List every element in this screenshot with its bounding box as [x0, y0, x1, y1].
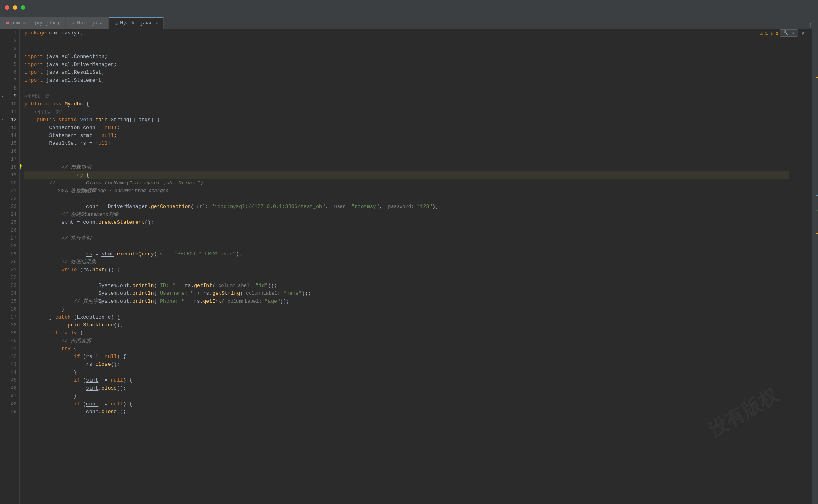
gutter-line-17: 17 [0, 156, 20, 163]
close-button[interactable] [5, 5, 9, 10]
code-line-44: } [24, 369, 789, 377]
gutter-line-19: 19 [0, 171, 20, 179]
gutter-line-31: 31 [0, 266, 20, 274]
code-line-20 [24, 179, 789, 187]
code-line-9-meta: 0个用法 新* [24, 92, 789, 100]
code-line-1: package com.masiyi; [24, 29, 789, 37]
code-line-46: stmt.close(); [24, 384, 789, 392]
gutter-line-11: 11 [0, 108, 20, 116]
code-line-26 [24, 227, 789, 234]
java-icon: ☕ [72, 20, 75, 26]
code-line-47: } [24, 392, 789, 400]
code-line-5: import java.sql.DriverManager; [24, 61, 789, 69]
code-line-11-meta: 0个用法 新* [24, 108, 789, 116]
code-line-21: // 连接数据库 [24, 187, 789, 195]
gutter-line-24: 24 [0, 211, 20, 219]
tabs-menu-button[interactable]: ⋮ [806, 21, 815, 29]
gutter-line-21: 21 [0, 187, 20, 195]
gutter-line-15: 15 [0, 140, 20, 148]
code-area[interactable]: package com.masiyi; import java.sql.Conn… [20, 29, 812, 504]
code-line-43: rs.close(); [24, 361, 789, 369]
maximize-button[interactable] [21, 5, 25, 10]
right-gutter[interactable] [812, 29, 818, 504]
code-line-7: import java.sql.Statement; [24, 77, 789, 84]
tab-main-label: Main.java [77, 21, 103, 26]
code-line-24: // 创建Statement对象 [24, 211, 789, 219]
gutter-line-37: 37 [0, 313, 20, 321]
code-line-40: // 关闭资源 [24, 337, 789, 345]
gutter-line-44: 44 [0, 369, 20, 377]
scroll-position-indicator [816, 195, 818, 196]
code-line-33: System.out.println("Username: " + rs.get… [24, 282, 789, 290]
gutter-line-39: 39 [0, 329, 20, 337]
title-bar [0, 0, 818, 15]
gutter-line-42: 42 [0, 353, 20, 361]
code-line-35: // 其他字段... [24, 298, 789, 305]
tab-myjdbc-label: MyJdbc.java [120, 21, 152, 26]
scroll-down-button[interactable]: ∨ [800, 29, 806, 37]
gutter-line-14: 14 [0, 132, 20, 140]
code-line-6: import java.sql.ResultSet; [24, 69, 789, 77]
gutter-line-48: 48 [0, 400, 20, 408]
code-line-42: if (rs != null) { [24, 353, 789, 361]
code-line-41: try { [24, 345, 789, 353]
gutter-line-20: 20 [0, 179, 20, 187]
code-line-14: Statement stmt = null; [24, 132, 789, 140]
code-line-15: ResultSet rs = null; [24, 140, 789, 148]
code-line-28: rs = stmt.executeQuery( sql: "SELECT * F… [24, 242, 789, 250]
gutter-numbers: 12345678▶91011▶1213141516171819202122232… [0, 29, 16, 416]
tabs-right: ⋮ [806, 21, 818, 29]
code-line-25: stmt = conn.createStatement(); [24, 219, 789, 227]
tab-myjdbc-java[interactable]: ☕ MyJdbc.java ✕ [109, 17, 164, 29]
code-line-30: // 处理结果集 [24, 258, 789, 266]
code-line-23 [24, 203, 789, 211]
code-line-2 [24, 37, 789, 45]
tab-pom-xml[interactable]: m pom.xml (my-jdbc) [0, 17, 66, 29]
code-line-34: System.out.println("Phone: " + rs.getInt… [24, 290, 789, 298]
lightbulb-icon[interactable]: 💡 [20, 163, 23, 171]
code-line-13: Connection conn = null; [24, 124, 789, 132]
gutter-line-3: 3 [0, 45, 20, 53]
tab-pom-label: pom.xml (my-jdbc) [11, 21, 60, 26]
code-line-31: while (rs.next()) { [24, 266, 789, 274]
code-line-27: // 执行查询 [24, 234, 789, 242]
editor-area: 12345678▶91011▶1213141516171819202122232… [0, 29, 818, 504]
scroll-marker-warning-2 [816, 233, 818, 234]
gutter-line-34: 34 [0, 290, 20, 298]
code-line-8 [24, 84, 789, 92]
tab-close-button[interactable]: ✕ [156, 21, 158, 26]
gutter-line-32: 32 [0, 274, 20, 282]
code-line-17: 💡 try { [24, 156, 789, 163]
code-line-12: public static void main(String[] args) { [24, 116, 789, 124]
gutter-line-10: 10 [0, 100, 20, 108]
gutter-line-46: 46 [0, 384, 20, 392]
popup-close-icon[interactable]: ✕ [792, 30, 795, 36]
gutter-line-35: 35 [0, 298, 20, 305]
gutter-line-9: ▶9 [0, 92, 20, 100]
warning-badge-2[interactable]: ⚠ 2 [770, 31, 778, 36]
traffic-lights[interactable] [5, 5, 25, 10]
gutter-line-49: 49 [0, 408, 20, 416]
gutter-line-45: 45 [0, 377, 20, 384]
code-line-32: System.out.println("ID: " + rs.getInt( c… [24, 274, 789, 282]
gutter-line-33: 33 [0, 282, 20, 290]
tab-main-java[interactable]: ☕ Main.java [66, 17, 109, 29]
gutter-line-27: 27 [0, 234, 20, 242]
code-line-49: conn.close(); [24, 408, 789, 416]
gutter-line-12: ▶12 [0, 116, 20, 124]
code-line-10: public class MyJdbc { [24, 100, 789, 108]
minimize-button[interactable] [13, 5, 17, 10]
gutter-line-47: 47 [0, 392, 20, 400]
code-line-18: // 加载驱动 [24, 163, 789, 171]
maven-icon: m [6, 20, 9, 26]
gutter-line-38: 38 [0, 321, 20, 329]
code-line-39: } finally { [24, 329, 789, 337]
warning-badge-1[interactable]: ⚠ 1 [760, 31, 768, 36]
gutter-line-40: 40 [0, 337, 20, 345]
gutter-line-4: 4 [0, 53, 20, 61]
gutter-line-30: 30 [0, 258, 20, 266]
gutter-line-6: 6 [0, 69, 20, 77]
code-line-36: } [24, 305, 789, 313]
code-line-48: if (conn != null) { [24, 400, 789, 408]
gutter-line-18: 18 [0, 163, 20, 171]
